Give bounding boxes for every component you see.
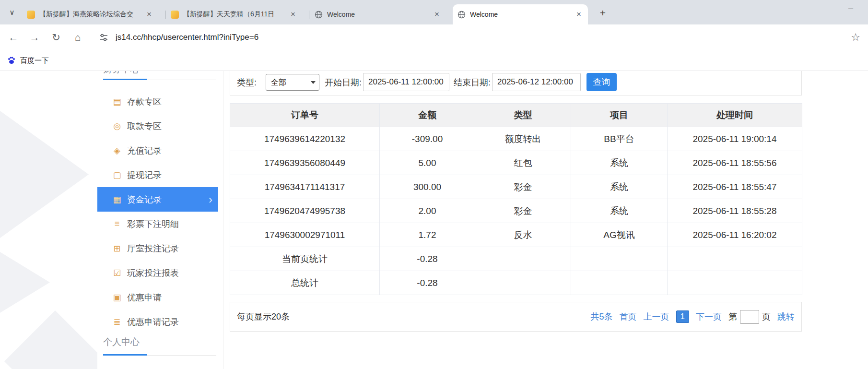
tab-title: Welcome <box>470 11 572 18</box>
cell-amount: -0.28 <box>380 247 475 271</box>
tab-strip: ∨ 【新提醒】海燕策略论坛综合交 × 【新提醒】天天竞猜（6月11日 × Wel… <box>0 0 868 24</box>
cell-order-no: 1749634171141317 <box>230 175 380 199</box>
end-date-label: 结束日期: <box>454 77 491 88</box>
window-minimize-button[interactable]: ─ <box>839 0 862 18</box>
cell-type: 彩金 <box>475 199 571 223</box>
table-row: 1749639614220132 -309.00 额度转出 BB平台 2025-… <box>230 127 802 151</box>
bookmarks-bar: 百度一下 <box>0 50 868 71</box>
query-button[interactable]: 查询 <box>586 73 617 91</box>
cell-time: 2025-06-11 16:20:02 <box>668 223 802 247</box>
sidebar-item-promo-apply-records[interactable]: ≣ 优惠申请记录 <box>97 309 218 334</box>
reload-icon[interactable]: ↻ <box>48 30 64 45</box>
home-icon[interactable]: ⌂ <box>70 30 86 45</box>
cell-order-no: 1749620474995738 <box>230 199 380 223</box>
sidebar-item-hall-bet-records[interactable]: ⊞ 厅室投注记录 <box>97 236 218 261</box>
baidu-paw-icon <box>7 56 16 65</box>
cell-stats-label: 总统计 <box>230 271 380 295</box>
cell-empty <box>571 247 668 271</box>
cell-project: AG视讯 <box>571 223 668 247</box>
sidebar-item-funds-records-active[interactable]: ▦ 资金记录 › <box>97 187 218 212</box>
decor-triangle <box>0 252 50 313</box>
bookmark-baidu[interactable]: 百度一下 <box>7 54 49 67</box>
browser-window: ∨ 【新提醒】海燕策略论坛综合交 × 【新提醒】天天竞猜（6月11日 × Wel… <box>0 0 868 369</box>
cell-empty <box>668 247 802 271</box>
col-header-type: 类型 <box>475 104 571 127</box>
sidebar-item-withdrawal-records[interactable]: ▢ 提现记录 <box>97 163 218 187</box>
end-date-input[interactable] <box>492 73 581 91</box>
page-jump-input[interactable] <box>740 310 759 324</box>
start-date-input[interactable] <box>363 73 449 91</box>
tab-forum-2[interactable]: 【新提醒】天天竞猜（6月11日 × <box>166 4 302 24</box>
sidebar-item-label: 充值记录 <box>127 145 162 156</box>
sidebar-item-player-bet-report[interactable]: ☑ 玩家投注报表 <box>97 261 218 285</box>
navigation-bar: ← → ↻ ⌂ js14.cc/hhcp/usercenter.html?ini… <box>0 24 868 50</box>
table-row-page-stats: 当前页统计 -0.28 <box>230 247 802 271</box>
sidebar-item-deposit-zone[interactable]: ▤ 存款专区 <box>97 89 218 114</box>
tab-close-icon[interactable]: × <box>433 10 441 19</box>
sidebar-item-promo-apply[interactable]: ▣ 优惠申请 <box>97 285 218 309</box>
tab-close-icon[interactable]: × <box>145 10 153 19</box>
table-row-total-stats: 总统计 -0.28 <box>230 271 802 295</box>
lottery-bet-detail-icon: ≡ <box>110 219 124 229</box>
address-bar-url[interactable]: js14.cc/hhcp/usercenter.html?iniType=6 <box>116 32 258 43</box>
tab-forum-1[interactable]: 【新提醒】海燕策略论坛综合交 × <box>22 4 158 24</box>
cell-empty <box>668 271 802 295</box>
sidebar-item-label: 资金记录 <box>127 194 162 205</box>
section-accent-underline <box>103 354 147 356</box>
tab-close-icon[interactable]: × <box>289 10 297 19</box>
table-row: 1749639356080449 5.00 红包 系统 2025-06-11 1… <box>230 151 802 175</box>
decor-triangle <box>0 111 89 238</box>
type-select[interactable]: 全部 <box>266 74 319 91</box>
jump-button[interactable]: 跳转 <box>777 311 795 322</box>
chevron-right-icon: › <box>209 194 212 205</box>
recharge-record-icon: ◈ <box>110 145 124 156</box>
back-icon[interactable]: ← <box>5 30 22 45</box>
records-table: 订单号 金额 类型 项目 处理时间 1749639614220132 -309.… <box>230 103 802 295</box>
tab-close-icon[interactable]: × <box>575 10 583 19</box>
bookmark-star-icon[interactable]: ☆ <box>847 30 864 45</box>
per-page-text: 每页显示20条 <box>237 311 290 322</box>
cell-amount: 2.00 <box>380 199 475 223</box>
forum-favicon-icon <box>171 11 179 19</box>
forward-icon[interactable]: → <box>26 30 43 45</box>
current-page-badge[interactable]: 1 <box>676 310 689 323</box>
pager-controls: 共5条 首页 上一页 1 下一页 第 页 跳转 <box>591 310 795 324</box>
cell-empty <box>475 271 571 295</box>
funds-record-icon: ▦ <box>110 194 124 205</box>
tab-welcome-2-active[interactable]: Welcome × <box>453 4 588 24</box>
table-row: 1749630002971011 1.72 反水 AG视讯 2025-06-11… <box>230 223 802 247</box>
sidebar-item-label: 厅室投注记录 <box>127 243 179 254</box>
sidebar-item-withdraw-zone[interactable]: ◎ 取款专区 <box>97 114 218 138</box>
tab-separator <box>309 11 309 19</box>
cell-amount: 300.00 <box>380 175 475 199</box>
cell-empty <box>475 247 571 271</box>
table-header-row: 订单号 金额 类型 项目 处理时间 <box>230 104 802 127</box>
sidebar-item-lottery-bet-details[interactable]: ≡ 彩票下注明细 <box>97 212 218 236</box>
jump-group: 第 页 <box>728 310 771 324</box>
forum-favicon-icon <box>27 11 35 19</box>
records-table-wrap: 订单号 金额 类型 项目 处理时间 1749639614220132 -309.… <box>230 103 802 295</box>
globe-favicon-icon <box>457 11 466 19</box>
new-tab-button[interactable]: + <box>597 7 609 19</box>
next-page-link[interactable]: 下一页 <box>696 311 722 322</box>
sidebar-section-personal-title: 个人中心 <box>103 336 140 348</box>
cell-order-no: 1749630002971011 <box>230 223 380 247</box>
cell-time: 2025-06-11 18:55:56 <box>668 151 802 175</box>
sidebar-item-label: 彩票下注明细 <box>127 218 179 230</box>
col-header-project: 项目 <box>571 104 668 127</box>
site-info-tune-icon[interactable] <box>95 32 112 43</box>
filter-bar: 类型: 全部 开始日期: 结束日期: 查询 <box>230 71 802 95</box>
cell-empty <box>571 271 668 295</box>
first-page-link[interactable]: 首页 <box>620 311 637 322</box>
prev-page-link[interactable]: 上一页 <box>644 311 669 322</box>
start-date-label: 开始日期: <box>325 77 362 88</box>
tab-title: 【新提醒】海燕策略论坛综合交 <box>39 10 142 19</box>
tab-welcome-1[interactable]: Welcome × <box>310 4 446 24</box>
tab-search-chevron-icon[interactable]: ∨ <box>6 6 18 19</box>
cell-amount: 5.00 <box>380 151 475 175</box>
cell-type: 额度转出 <box>475 127 571 151</box>
col-header-order-no: 订单号 <box>230 104 380 127</box>
sidebar-item-recharge-records[interactable]: ◈ 充值记录 <box>97 138 218 163</box>
cell-project: BB平台 <box>571 127 668 151</box>
sidebar-item-label: 提现记录 <box>127 169 162 181</box>
